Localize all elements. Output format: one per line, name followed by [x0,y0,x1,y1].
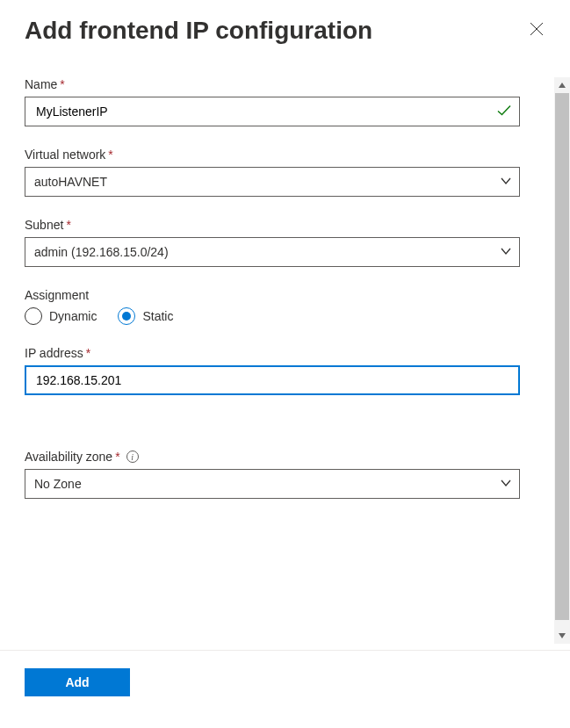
panel-footer: Add [0,651,570,728]
subnet-value: admin (192.168.15.0/24) [34,245,169,259]
ip-address-label: IP address * [25,346,545,360]
page-title: Add frontend IP configuration [25,16,372,46]
assignment-label: Assignment [25,288,545,302]
virtual-network-field-group: Virtual network * autoHAVNET [25,148,545,197]
availability-zone-field-group: Availability zone * i No Zone [25,450,545,499]
scrollbar[interactable] [554,77,570,644]
scroll-area: Name * Virtual network * autoHAVNET [0,77,570,644]
assignment-label-text: Assignment [25,288,89,302]
add-button[interactable]: Add [25,668,130,696]
name-input[interactable] [34,104,510,119]
availability-zone-select[interactable]: No Zone [25,469,520,499]
name-field-group: Name * [25,77,545,126]
svg-marker-3 [559,633,566,638]
virtual-network-value: autoHAVNET [34,175,107,189]
assignment-dynamic-label: Dynamic [49,309,97,323]
assignment-static-option[interactable]: Static [118,307,173,325]
subnet-select[interactable]: admin (192.168.15.0/24) [25,237,520,267]
availability-zone-label: Availability zone * i [25,450,545,464]
scroll-down-icon[interactable] [554,628,570,644]
ip-address-input-wrapper[interactable] [25,365,520,395]
subnet-label: Subnet * [25,218,545,232]
chevron-down-icon [500,477,512,492]
close-icon [530,22,544,36]
subnet-field-group: Subnet * admin (192.168.15.0/24) [25,218,545,267]
name-input-wrapper[interactable] [25,97,520,126]
required-marker: * [60,77,64,91]
radio-unchecked-icon [25,307,42,325]
panel-header: Add frontend IP configuration [0,0,570,46]
required-marker: * [86,346,90,360]
assignment-field-group: Assignment Dynamic Static [25,288,545,325]
availability-zone-label-text: Availability zone [25,450,112,464]
assignment-dynamic-option[interactable]: Dynamic [25,307,97,325]
name-label-text: Name [25,77,57,91]
assignment-radio-group: Dynamic Static [25,307,545,325]
scroll-thumb[interactable] [555,93,569,620]
subnet-label-text: Subnet [25,218,63,232]
availability-zone-value: No Zone [34,477,82,491]
chevron-down-icon [500,245,512,260]
svg-marker-2 [559,83,566,88]
required-marker: * [108,148,112,162]
form-content: Name * Virtual network * autoHAVNET [0,77,570,555]
scroll-up-icon[interactable] [554,77,570,93]
ip-address-field-group: IP address * [25,346,545,395]
info-icon[interactable]: i [126,450,139,463]
ip-address-input[interactable] [34,372,510,388]
chevron-down-icon [500,175,512,190]
checkmark-icon [496,103,512,121]
required-marker: * [115,450,119,464]
close-button[interactable] [528,21,545,39]
ip-address-label-text: IP address [25,346,83,360]
virtual-network-select[interactable]: autoHAVNET [25,167,520,197]
name-label: Name * [25,77,545,91]
radio-checked-icon [118,307,135,325]
frontend-ip-config-panel: Add frontend IP configuration Name * [0,0,570,728]
required-marker: * [66,218,70,232]
assignment-static-label: Static [142,309,173,323]
virtual-network-label: Virtual network * [25,148,545,162]
virtual-network-label-text: Virtual network [25,148,105,162]
